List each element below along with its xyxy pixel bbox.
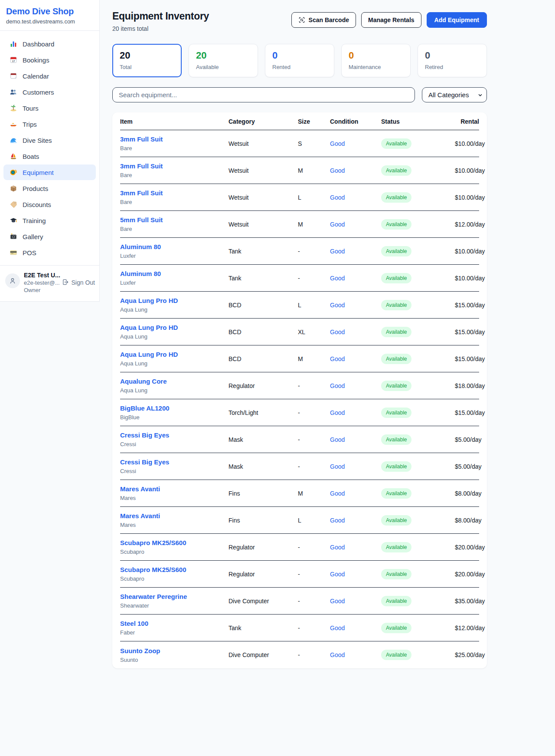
status-badge: Available bbox=[381, 434, 411, 445]
item-name-link[interactable]: 3mm Full Suit bbox=[120, 135, 163, 143]
manage-rentals-button[interactable]: Manage Rentals bbox=[361, 12, 421, 28]
stat-card-rented[interactable]: 0 Rented bbox=[265, 44, 334, 77]
item-name-link[interactable]: 5mm Full Suit bbox=[120, 216, 163, 224]
sidebar-item-customers[interactable]: Customers bbox=[3, 84, 96, 100]
column-header-item: Item bbox=[120, 118, 229, 125]
item-name-link[interactable]: Aqua Lung Pro HD bbox=[120, 324, 178, 331]
rental-cell: $10.00/day bbox=[455, 194, 485, 201]
item-brand: Cressi bbox=[120, 468, 229, 474]
barcode-scan-icon bbox=[298, 16, 305, 23]
sidebar-item-training[interactable]: Training bbox=[3, 213, 96, 228]
item-name-link[interactable]: Scubapro MK25/S600 bbox=[120, 539, 186, 546]
table-row: BigBlue AL1200 BigBlue Torch/Light - Goo… bbox=[120, 399, 479, 426]
item-brand: Mares bbox=[120, 495, 229, 501]
item-name-link[interactable]: Cressi Big Eyes bbox=[120, 431, 169, 439]
sidebar-item-dashboard[interactable]: Dashboard bbox=[3, 36, 96, 52]
condition-link[interactable]: Good bbox=[330, 571, 381, 578]
condition-link[interactable]: Good bbox=[330, 436, 381, 443]
table-row: 3mm Full Suit Bare Wetsuit L Good Availa… bbox=[120, 184, 479, 211]
condition-link[interactable]: Good bbox=[330, 221, 381, 228]
item-name-link[interactable]: 3mm Full Suit bbox=[120, 189, 163, 197]
sidebar-item-products[interactable]: Products bbox=[3, 181, 96, 196]
sidebar-nav: Dashboard 17 Bookings Calendar Customers… bbox=[0, 31, 99, 265]
item-name-link[interactable]: Aqua Lung Pro HD bbox=[120, 297, 178, 304]
item-brand: Bare bbox=[120, 226, 229, 232]
table-row: Aluminum 80 Luxfer Tank - Good Available… bbox=[120, 238, 479, 265]
condition-link[interactable]: Good bbox=[330, 248, 381, 255]
sidebar-item-bookings[interactable]: 17 Bookings bbox=[3, 52, 96, 68]
sidebar-item-gallery[interactable]: Gallery bbox=[3, 229, 96, 244]
status-badge: Available bbox=[381, 354, 411, 364]
condition-link[interactable]: Good bbox=[330, 651, 381, 658]
category-select[interactable]: All Categories bbox=[422, 87, 487, 102]
condition-link[interactable]: Good bbox=[330, 140, 381, 147]
sidebar: Demo Dive Shop demo.test.divestreams.com… bbox=[0, 0, 100, 302]
condition-link[interactable]: Good bbox=[330, 382, 381, 389]
header-actions: Scan Barcode Manage Rentals Add Equipmen… bbox=[291, 12, 487, 28]
dive-mask-icon bbox=[10, 168, 17, 176]
item-name-link[interactable]: Aluminum 80 bbox=[120, 243, 161, 250]
sidebar-item-discounts[interactable]: Discounts bbox=[3, 197, 96, 212]
item-name-link[interactable]: Steel 100 bbox=[120, 620, 148, 627]
item-name-link[interactable]: Aluminum 80 bbox=[120, 270, 161, 277]
search-input[interactable] bbox=[112, 87, 415, 102]
category-cell: Tank bbox=[229, 625, 298, 631]
category-cell: Torch/Light bbox=[229, 409, 298, 416]
condition-link[interactable]: Good bbox=[330, 275, 381, 282]
item-name-link[interactable]: Mares Avanti bbox=[120, 512, 160, 519]
scan-barcode-button[interactable]: Scan Barcode bbox=[291, 12, 356, 28]
item-name-link[interactable]: Scubapro MK25/S600 bbox=[120, 566, 186, 573]
condition-link[interactable]: Good bbox=[330, 517, 381, 524]
sidebar-item-tours[interactable]: Tours bbox=[3, 100, 96, 116]
stat-value: 0 bbox=[349, 50, 403, 61]
sidebar-item-boats[interactable]: Boats bbox=[3, 148, 96, 164]
item-name-link[interactable]: Shearwater Peregrine bbox=[120, 593, 187, 600]
tag-icon bbox=[10, 201, 17, 208]
sidebar-item-label: Bookings bbox=[23, 56, 49, 64]
condition-link[interactable]: Good bbox=[330, 625, 381, 631]
condition-link[interactable]: Good bbox=[330, 409, 381, 416]
category-cell: Tank bbox=[229, 275, 298, 282]
condition-link[interactable]: Good bbox=[330, 490, 381, 497]
item-name-link[interactable]: BigBlue AL1200 bbox=[120, 404, 170, 412]
condition-link[interactable]: Good bbox=[330, 544, 381, 551]
condition-link[interactable]: Good bbox=[330, 167, 381, 174]
category-cell: BCD bbox=[229, 302, 298, 309]
item-name-link[interactable]: Mares Avanti bbox=[120, 485, 160, 493]
stat-card-total[interactable]: 20 Total bbox=[112, 44, 182, 77]
condition-link[interactable]: Good bbox=[330, 194, 381, 201]
item-name-link[interactable]: 3mm Full Suit bbox=[120, 162, 163, 170]
item-name-link[interactable]: Aqualung Core bbox=[120, 378, 167, 385]
page-header: Equipment Inventory 20 items total Scan … bbox=[112, 10, 487, 32]
condition-link[interactable]: Good bbox=[330, 329, 381, 335]
item-brand: Mares bbox=[120, 522, 229, 528]
sidebar-item-label: Discounts bbox=[23, 201, 51, 208]
status-badge: Available bbox=[381, 327, 411, 337]
condition-link[interactable]: Good bbox=[330, 598, 381, 605]
sign-out-button[interactable]: Sign Out bbox=[62, 279, 95, 287]
item-name-link[interactable]: Cressi Big Eyes bbox=[120, 458, 169, 466]
stat-card-available[interactable]: 20 Available bbox=[189, 44, 258, 77]
condition-link[interactable]: Good bbox=[330, 463, 381, 470]
add-equipment-label: Add Equipment bbox=[434, 16, 479, 24]
sidebar-item-calendar[interactable]: Calendar bbox=[3, 68, 96, 84]
status-badge: Available bbox=[381, 138, 411, 149]
sidebar-item-equipment[interactable]: Equipment bbox=[3, 164, 96, 180]
rental-cell: $5.00/day bbox=[455, 436, 482, 443]
add-equipment-button[interactable]: Add Equipment bbox=[427, 12, 487, 28]
item-name-link[interactable]: Suunto Zoop bbox=[120, 647, 160, 654]
sidebar-item-trips[interactable]: Trips bbox=[3, 116, 96, 132]
item-name-link[interactable]: Aqua Lung Pro HD bbox=[120, 351, 178, 358]
stat-card-retired[interactable]: 0 Retired bbox=[418, 44, 487, 77]
sidebar-item-label: Products bbox=[23, 185, 48, 192]
table-row: Scubapro MK25/S600 Scubapro Regulator - … bbox=[120, 561, 479, 588]
sidebar-item-dive-sites[interactable]: Dive Sites bbox=[3, 132, 96, 148]
condition-link[interactable]: Good bbox=[330, 355, 381, 362]
condition-link[interactable]: Good bbox=[330, 302, 381, 309]
category-cell: Regulator bbox=[229, 544, 298, 551]
status-badge: Available bbox=[381, 165, 411, 176]
sidebar-item-pos[interactable]: POS bbox=[3, 245, 96, 260]
stat-card-maintenance[interactable]: 0 Maintenance bbox=[341, 44, 411, 77]
category-cell: Dive Computer bbox=[229, 651, 298, 658]
table-row: Cressi Big Eyes Cressi Mask - Good Avail… bbox=[120, 426, 479, 453]
